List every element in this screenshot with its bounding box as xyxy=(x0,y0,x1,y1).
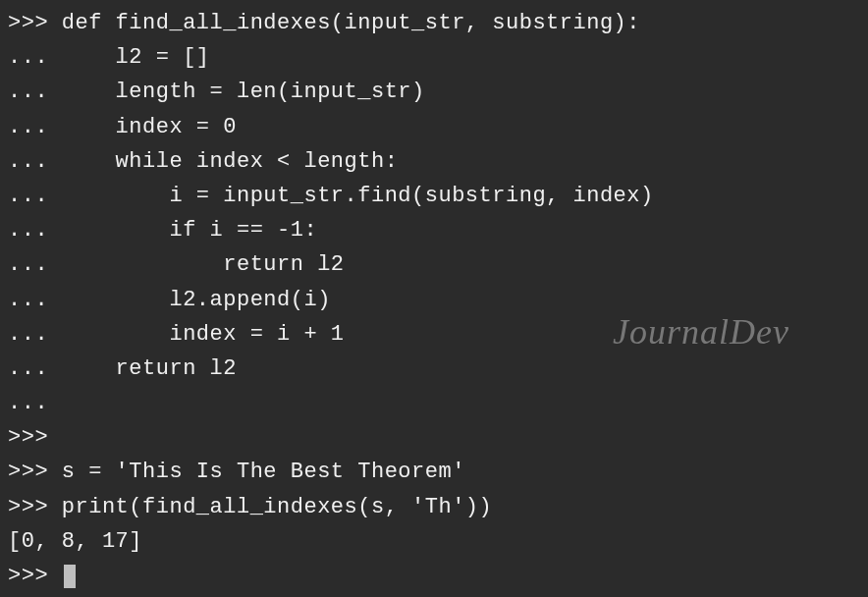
code-line: >>> def find_all_indexes(input_str, subs… xyxy=(8,6,860,40)
terminal-output[interactable]: >>> def find_all_indexes(input_str, subs… xyxy=(8,6,860,593)
code-line: >>> s = 'This Is The Best Theorem' xyxy=(8,455,860,489)
code-line: ... index = 0 xyxy=(8,110,860,144)
prompt-line[interactable]: >>> xyxy=(8,559,860,593)
prompt-text: >>> xyxy=(8,564,62,588)
output-line: [0, 8, 17] xyxy=(8,524,860,559)
code-line: ... return l2 xyxy=(8,352,860,386)
code-line: >>> xyxy=(8,420,860,455)
code-line: ... xyxy=(8,386,860,420)
code-line: ... l2.append(i) xyxy=(8,283,860,317)
code-line: ... return l2 xyxy=(8,247,860,282)
code-line: ... i = input_str.find(substring, index) xyxy=(8,179,860,213)
code-line: ... index = i + 1 xyxy=(8,317,860,352)
code-line: ... if i == -1: xyxy=(8,213,860,247)
code-line: ... while index < length: xyxy=(8,144,860,179)
cursor-block xyxy=(64,565,76,588)
code-line: ... length = len(input_str) xyxy=(8,75,860,109)
code-line: >>> print(find_all_indexes(s, 'Th')) xyxy=(8,490,860,524)
code-line: ... l2 = [] xyxy=(8,40,860,75)
